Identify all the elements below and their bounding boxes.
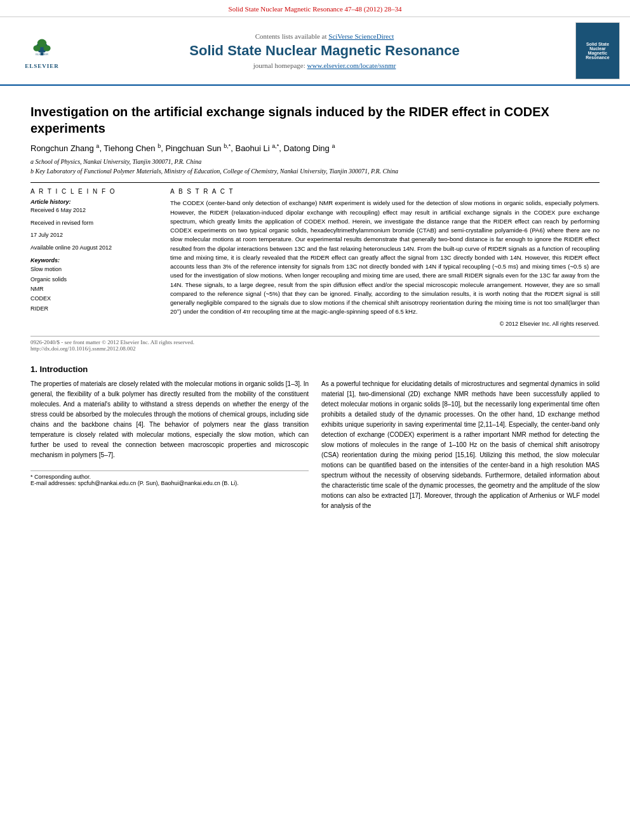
keyword-3: NMR [30,284,158,294]
svg-point-5 [37,39,46,48]
article-info-column: A R T I C L E I N F O Article history: R… [30,188,158,326]
keywords-label: Keywords: [30,257,158,263]
intro-columns: The properties of materials are closely … [30,379,600,516]
doi-line: http://dx.doi.org/10.1016/j.ssnmr.2012.0… [30,345,600,352]
abstract-column: A B S T R A C T The CODEX (center-band o… [170,188,600,326]
intro-right-col: As a powerful technique for elucidating … [321,379,600,516]
journal-thumbnail: Solid State Nuclear Magnetic Resonance [575,22,620,79]
main-content: Investigation on the artificial exchange… [0,86,630,526]
footnote-area: * Corresponding author. E-mail addresses… [30,470,309,486]
journal-citation: Solid State Nuclear Magnetic Resonance 4… [229,5,402,13]
revised-label: Received in revised form [30,219,158,228]
affiliations: a School of Physics, Nankai University, … [30,157,600,176]
sciverse-link[interactable]: SciVerse ScienceDirect [328,32,394,40]
history-label: Article history: [30,199,158,205]
abstract-text: The CODEX (center-band only detection of… [170,199,600,316]
keyword-5: RIDER [30,304,158,314]
received-date: Received 6 May 2012 [30,206,158,215]
top-bar: Solid State Nuclear Magnetic Resonance 4… [0,0,630,17]
keyword-1: Slow motion [30,265,158,274]
elsevier-tree-icon: ELSEVIER [29,38,55,56]
available-date: Available online 20 August 2012 [30,244,158,253]
footnote-email: E-mail addresses: spcfuh@nankai.edu.cn (… [30,480,309,486]
article-title: Investigation on the artificial exchange… [30,103,600,137]
journal-header: ELSEVIER ELSEVIER Contents lists availab… [0,17,630,86]
footnote-star: * Corresponding author. [30,474,309,480]
homepage-link[interactable]: www.elsevier.com/locate/ssnmr [307,62,396,69]
keyword-2: Organic solids [30,275,158,284]
affiliation-b: b Key Laboratory of Functional Polymer M… [30,166,600,176]
revised-date: 17 July 2012 [30,231,158,240]
journal-center: Contents lists available at SciVerse Sci… [74,32,575,69]
journal-thumb-text: Solid State Nuclear Magnetic Resonance [583,39,612,62]
info-abstract-columns: A R T I C L E I N F O Article history: R… [30,188,600,326]
keyword-4: CODEX [30,294,158,303]
intro-heading: 1. Introduction [30,364,600,374]
svg-text:ELSEVIER: ELSEVIER [36,53,48,56]
sciverse-line: Contents lists available at SciVerse Sci… [74,32,575,40]
affiliation-a: a School of Physics, Nankai University, … [30,157,600,166]
publisher-logo-area: ELSEVIER ELSEVIER [10,33,74,69]
intro-left-para1: The properties of materials are closely … [30,379,309,460]
keywords-section: Keywords: Slow motion Organic solids NMR… [30,257,158,313]
intro-left-col: The properties of materials are closely … [30,379,309,516]
article-info-label: A R T I C L E I N F O [30,188,158,195]
introduction-section: 1. Introduction The properties of materi… [30,364,600,516]
keywords-list: Slow motion Organic solids NMR CODEX RID… [30,265,158,313]
elsevier-logo: ELSEVIER [17,33,67,62]
divider [30,182,600,183]
footer-info: 0926-2040/$ - see front matter © 2012 El… [30,336,600,352]
journal-homepage: journal homepage: www.elsevier.com/locat… [74,62,575,69]
issn-line: 0926-2040/$ - see front matter © 2012 El… [30,339,600,345]
intro-right-para1: As a powerful technique for elucidating … [321,379,600,511]
copyright: © 2012 Elsevier Inc. All rights reserved… [170,321,600,327]
authors-line: Rongchun Zhang a, Tiehong Chen b, Pingch… [30,143,600,153]
elsevier-text: ELSEVIER [25,63,59,69]
journal-title: Solid State Nuclear Magnetic Resonance [74,43,575,59]
abstract-label: A B S T R A C T [170,188,600,195]
